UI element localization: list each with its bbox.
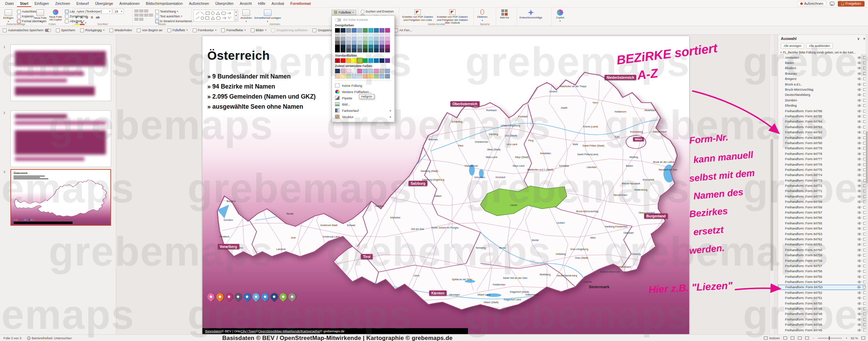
autosave-toggle[interactable] <box>45 29 51 32</box>
color-swatch[interactable] <box>346 49 351 52</box>
fill-menu-item[interactable]: Struktur ▸ <box>335 114 391 120</box>
selection-list-item[interactable]: Freihandform: Form 84766 <box>778 215 868 221</box>
selection-list-item[interactable]: Bruck-Mürzzuschlag <box>778 87 868 92</box>
visibility-eye-icon[interactable] <box>857 131 861 134</box>
color-swatch[interactable] <box>385 69 390 73</box>
selection-list-item[interactable]: Freihandform: Form 84753 <box>778 285 868 290</box>
austria-map[interactable]: BregenzDornbirnFeldkirchBludenzReutteLan… <box>215 70 689 322</box>
map-pin-icon[interactable] <box>215 292 225 302</box>
ribbon-tab[interactable]: Aufzeichnen <box>186 0 212 7</box>
color-swatch[interactable] <box>357 74 362 78</box>
visibility-eye-icon[interactable] <box>857 126 861 128</box>
selection-list-item[interactable]: Freihandform: Form 84786 <box>778 108 868 114</box>
color-swatch[interactable] <box>346 69 351 73</box>
color-swatch[interactable] <box>374 28 379 33</box>
map-pin-icon[interactable] <box>269 292 279 302</box>
visibility-eye-icon[interactable] <box>857 200 861 203</box>
ribbon-tab[interactable]: Bildschirmpräsentation <box>143 0 186 7</box>
selection-pane-scrollbar[interactable] <box>866 35 868 334</box>
color-swatch[interactable] <box>352 28 357 33</box>
high-contrast-toggle[interactable] <box>335 18 341 22</box>
selection-list-item[interactable]: Freihandform: Form 84774 <box>778 173 868 178</box>
slide-title[interactable]: Österreich <box>207 49 270 63</box>
ribbon-tab[interactable]: Start <box>17 0 32 7</box>
visibility-eye-icon[interactable] <box>857 307 861 310</box>
color-swatch[interactable] <box>346 28 351 33</box>
zoom-in-button[interactable]: + <box>845 336 847 340</box>
visibility-eye-icon[interactable] <box>857 184 861 187</box>
selection-list-item[interactable]: Freihandform: Form 84768 <box>778 205 868 210</box>
color-swatch[interactable] <box>385 28 390 33</box>
quick-access-button[interactable]: Formkontur ▾ <box>193 28 217 32</box>
justify-icon[interactable] <box>149 14 153 17</box>
color-swatch[interactable] <box>335 41 340 45</box>
selection-list-item[interactable]: Eferding <box>778 103 868 108</box>
visibility-eye-icon[interactable] <box>857 222 861 225</box>
visibility-eye-icon[interactable] <box>857 72 861 75</box>
selection-list-item[interactable]: Freihandform: Form 84785 <box>778 114 868 119</box>
color-swatch[interactable] <box>335 45 340 49</box>
selection-list-item[interactable]: Freihandform: Form 84767 <box>778 210 868 215</box>
selection-list-item[interactable]: Freihandform: Form 84747 <box>778 317 868 322</box>
quick-access-button[interactable]: Gruppierung aufheben ▾ <box>271 28 308 32</box>
ribbon-tab[interactable]: Datei <box>2 0 17 7</box>
font-style-button[interactable]: F <box>75 15 79 19</box>
visibility-eye-icon[interactable] <box>857 291 861 294</box>
color-swatch[interactable] <box>357 28 362 33</box>
color-swatch[interactable] <box>385 49 390 52</box>
color-swatch[interactable] <box>385 37 390 41</box>
color-swatch[interactable] <box>363 33 368 37</box>
color-swatch[interactable] <box>368 37 373 41</box>
color-swatch[interactable] <box>363 28 368 33</box>
color-swatch[interactable] <box>379 37 384 41</box>
color-swatch[interactable] <box>357 37 362 41</box>
selection-list-item[interactable]: Freihandform: Form 84750 <box>778 301 868 306</box>
selection-list-item[interactable]: Freihandform: Form 84751 <box>778 296 868 301</box>
map-pin-icon[interactable] <box>233 292 243 302</box>
color-swatch[interactable] <box>363 69 368 73</box>
color-swatch[interactable] <box>346 41 351 45</box>
zoom-slider-thumb[interactable] <box>829 336 830 340</box>
color-swatch[interactable] <box>357 33 362 37</box>
selection-list-item[interactable]: Freihandform: Form 84765 <box>778 221 868 226</box>
color-swatch[interactable] <box>352 37 357 41</box>
selection-list-item[interactable]: Freihandform: Form 84781 <box>778 135 868 140</box>
fill-menu-item[interactable]: Keine Füllung <box>335 82 391 89</box>
align-text-button[interactable]: Text ausrichten▾ <box>155 14 195 18</box>
selection-list-item[interactable]: Freihandform: Form 84773 <box>778 178 868 183</box>
selection-list-item[interactable]: Freihandform: Form 84771 <box>778 189 868 194</box>
addins-button[interactable]: Add-Ins <box>498 9 511 19</box>
visibility-eye-icon[interactable] <box>857 243 861 246</box>
scrollbar-thumb[interactable] <box>770 139 773 271</box>
map-pin-icon[interactable] <box>278 292 289 302</box>
credit-text[interactable]: © BEV | Orte <box>222 329 241 333</box>
visibility-eye-icon[interactable] <box>857 158 861 160</box>
color-swatch[interactable] <box>363 45 368 49</box>
visibility-eye-icon[interactable] <box>857 270 861 273</box>
scrollbar-thumb[interactable] <box>866 131 868 183</box>
visibility-eye-icon[interactable] <box>857 227 861 230</box>
color-swatch[interactable] <box>341 49 345 52</box>
color-swatch[interactable] <box>341 37 345 41</box>
color-swatch[interactable] <box>357 49 362 52</box>
selection-list-item[interactable]: Freihandform: Form 84778 <box>778 151 868 156</box>
color-swatch[interactable] <box>357 45 362 49</box>
selection-list-item[interactable]: Deutschlandsberg <box>778 92 868 98</box>
zoom-percentage[interactable]: 62 % <box>851 336 858 340</box>
visibility-eye-icon[interactable] <box>857 233 861 235</box>
selection-list-item[interactable]: Freihandform: Form 84760 <box>778 247 868 252</box>
visibility-eye-icon[interactable] <box>857 313 861 315</box>
color-swatch[interactable] <box>374 33 379 37</box>
ribbon-tab[interactable]: Acrobat <box>268 0 287 7</box>
font-style-button[interactable]: K <box>80 15 84 19</box>
color-swatch[interactable] <box>346 74 351 78</box>
selection-list-item[interactable]: Freihandform: Form 84764 <box>778 226 868 231</box>
color-swatch[interactable] <box>374 49 379 52</box>
ribbon-tab[interactable]: Animationen <box>116 0 143 7</box>
columns-icon[interactable] <box>139 18 143 21</box>
line-spacing-icon[interactable] <box>134 18 139 21</box>
color-swatch[interactable] <box>385 33 390 37</box>
credit-text[interactable]: © grebemaps.de <box>320 329 344 333</box>
color-swatch[interactable] <box>335 49 340 52</box>
font-size-combo[interactable]: 18▾ <box>113 9 124 14</box>
